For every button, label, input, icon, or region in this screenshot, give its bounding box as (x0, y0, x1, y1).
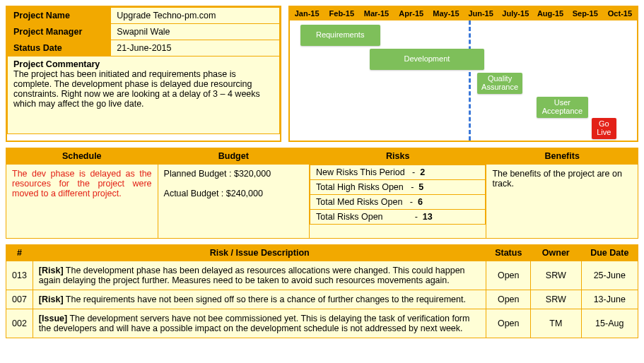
risk-row-value: 13 (423, 212, 433, 222)
today-marker-line (469, 20, 471, 141)
month-cell: Aug-15 (533, 7, 568, 20)
table-row: 007 [Risk] The requirements have not bee… (6, 290, 638, 309)
risk-row-label: Total Risks Open (316, 212, 382, 222)
col-due: Due Date (581, 245, 638, 261)
risks-cell: New Risks This Period - 2 Total High Ris… (310, 165, 486, 239)
benefits-text: The benefits of the project are on track… (486, 165, 638, 239)
budget-actual-label: Actual Budget : (164, 189, 224, 198)
table-row: 002 [Issue] The development servers have… (6, 309, 638, 338)
col-owner: Owner (531, 245, 582, 261)
project-commentary: Project Commentary The project has been … (8, 56, 280, 134)
issue-tag: [Risk] (39, 294, 64, 304)
issue-status: Open (486, 290, 531, 309)
issue-status: Open (486, 261, 531, 290)
bar-requirements: Requirements (300, 25, 380, 46)
budget-header: Budget (158, 148, 310, 165)
risk-row-value: 5 (418, 182, 423, 192)
risk-row-label: Total High Risks Open (316, 182, 404, 192)
issue-text: The development phase has been delayed a… (39, 266, 465, 285)
issue-tag: [Issue] (39, 314, 67, 323)
issue-text: The requirements have not been signed of… (64, 294, 466, 304)
issue-text: The development servers have not bee com… (39, 314, 470, 333)
month-cell: Mar-15 (359, 7, 394, 20)
issue-owner: SRW (531, 261, 582, 290)
issue-tag: [Risk] (39, 266, 64, 275)
issues-table: # Risk / Issue Description Status Owner … (6, 244, 638, 338)
budget-planned-value: $320,000 (234, 169, 271, 179)
issue-due: 13-June (581, 290, 638, 309)
project-name-label: Project Name (8, 8, 111, 24)
gantt-chart: Jan-15 Feb-15 Mar-15 Apr-15 May-15 Jun-1… (288, 6, 638, 142)
schedule-text: The dev phase is delayed as the resource… (6, 165, 158, 239)
issue-num: 002 (6, 309, 33, 338)
project-manager-value: Swapnil Wale (111, 24, 280, 40)
month-cell: Apr-15 (394, 7, 429, 20)
month-cell: July-15 (498, 7, 533, 20)
risk-row-label: New Risks This Period (316, 167, 405, 177)
col-status: Status (486, 245, 531, 261)
month-cell: Jun-15 (464, 7, 498, 20)
issue-desc: [Issue] The development servers have not… (33, 309, 486, 338)
risks-header: Risks (310, 148, 486, 165)
bar-ua: User Acceptance (537, 97, 589, 118)
risk-row-label: Total Med Risks Open (316, 197, 402, 207)
status-date-label: Status Date (8, 40, 111, 56)
issue-due: 15-Aug (581, 309, 638, 338)
project-name-value: Upgrade Techno-pm.com (111, 8, 280, 24)
gantt-body: Requirements Development Quality Assuran… (290, 20, 637, 141)
budget-actual-value: $240,000 (226, 189, 263, 198)
project-manager-label: Project Manager (8, 24, 111, 40)
month-cell: Sep-15 (568, 7, 603, 20)
commentary-text: The project has been initiated and requi… (13, 69, 260, 109)
bar-qa: Quality Assurance (477, 73, 522, 94)
gantt-months-header: Jan-15 Feb-15 Mar-15 Apr-15 May-15 Jun-1… (290, 7, 637, 20)
benefits-header: Benefits (486, 148, 638, 165)
issue-owner: TM (531, 309, 582, 338)
issue-desc: [Risk] The development phase has been de… (33, 261, 486, 290)
table-row: 013 [Risk] The development phase has bee… (6, 261, 638, 290)
risk-row-value: 6 (418, 197, 423, 207)
issue-desc: [Risk] The requirements have not been si… (33, 290, 486, 309)
bar-development: Development (370, 49, 484, 70)
month-cell: Feb-15 (324, 7, 359, 20)
issue-due: 25-June (581, 261, 638, 290)
budget-planned-label: Planned Budget : (164, 169, 232, 179)
issue-num: 013 (6, 261, 33, 290)
status-date-value: 21-June-2015 (111, 40, 280, 56)
month-cell: May-15 (429, 7, 464, 20)
issue-num: 007 (6, 290, 33, 309)
month-cell: Jan-15 (290, 7, 324, 20)
project-info-box: Project Name Upgrade Techno-pm.com Proje… (6, 6, 281, 142)
summary-table: Schedule Budget Risks Benefits The dev p… (6, 148, 638, 239)
bar-go-live: Go Live (592, 118, 616, 139)
month-cell: Oct-15 (603, 7, 637, 20)
schedule-header: Schedule (6, 148, 158, 165)
issue-status: Open (486, 309, 531, 338)
col-num: # (6, 245, 33, 261)
issue-owner: SRW (531, 290, 582, 309)
risk-row-value: 2 (420, 167, 425, 177)
budget-cell: Planned Budget : $320,000 Actual Budget … (158, 165, 310, 239)
col-desc: Risk / Issue Description (33, 245, 486, 261)
commentary-label: Project Commentary (13, 59, 100, 69)
